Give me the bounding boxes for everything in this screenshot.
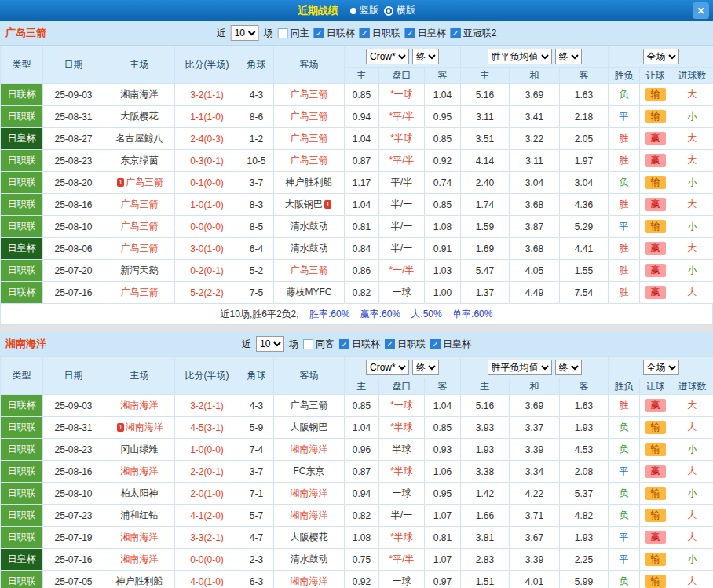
score-cell[interactable]: 1-0(0-0) xyxy=(175,439,239,461)
match-count-select[interactable]: 10 xyxy=(256,336,284,352)
team-name-wrap: 广岛三箭 xyxy=(291,265,328,276)
scope-select[interactable]: 全场 xyxy=(643,49,679,64)
team-link[interactable]: 广岛三箭 xyxy=(291,133,328,144)
odds-stage-select[interactable]: 终 xyxy=(412,360,439,375)
competition-cell: 日联杯 xyxy=(1,395,43,417)
team-link[interactable]: 湘南海洋 xyxy=(121,400,159,411)
team-link[interactable]: 冈山绿雉 xyxy=(121,444,159,455)
team-link[interactable]: 清水鼓动 xyxy=(291,243,328,254)
competition-checkbox-league-cup[interactable]: 日联杯 xyxy=(339,338,380,351)
team-link[interactable]: 东京绿茵 xyxy=(121,155,159,166)
competition-checkbox-emperors-cup[interactable]: 日皇杯 xyxy=(405,27,446,40)
layout-radio-vertical[interactable]: 竖版 xyxy=(350,4,378,17)
score-cell[interactable]: 1-1(1-0) xyxy=(175,106,239,128)
handicap-cell: *平/半 xyxy=(379,106,425,128)
same-home-checkbox[interactable]: 同主 xyxy=(278,27,309,40)
odds-source-select[interactable]: Crow* xyxy=(366,49,409,64)
euro-source-select[interactable]: 胜平负均值 xyxy=(488,49,552,64)
corner-cell: 4-7 xyxy=(239,527,274,549)
team-link[interactable]: 广岛三箭 xyxy=(291,111,328,122)
team-link[interactable]: 神户胜利船 xyxy=(286,177,333,188)
score-cell[interactable]: 3-2(1-1) xyxy=(175,395,239,417)
team-link[interactable]: 广岛三箭 xyxy=(121,243,159,254)
result-cell: 负 xyxy=(609,439,640,461)
score-cell[interactable]: 3-3(2-1) xyxy=(175,527,239,549)
euro-stage-select[interactable]: 终 xyxy=(555,360,582,375)
score-cell[interactable]: 4-5(3-1) xyxy=(175,417,239,439)
team-link[interactable]: 湘南海洋 xyxy=(291,575,328,586)
team-link[interactable]: 湘南海洋 xyxy=(291,488,328,499)
team-link[interactable]: 神户胜利船 xyxy=(116,575,163,586)
score-cell[interactable]: 0-0(0-0) xyxy=(175,216,239,238)
team-link[interactable]: 湘南海洋 xyxy=(121,466,159,477)
team-link[interactable]: 广岛三箭 xyxy=(121,199,159,210)
euro-away-odds-cell: 2.25 xyxy=(560,549,609,571)
team-link[interactable]: 湘南海洋 xyxy=(121,553,159,564)
score-cell[interactable]: 0-3(0-1) xyxy=(175,150,239,172)
scope-header: 全场 xyxy=(609,46,713,68)
team-link[interactable]: 湘南海洋 xyxy=(126,422,163,433)
team-link[interactable]: 大阪钢巴 xyxy=(291,422,328,433)
layout-radio-horizontal[interactable]: 横版 xyxy=(384,4,415,17)
team-link[interactable]: 广岛三箭 xyxy=(291,155,328,166)
close-button[interactable] xyxy=(693,2,709,19)
competition-checkbox-j1[interactable]: 日职联 xyxy=(360,27,400,40)
team-link[interactable]: 广岛三箭 xyxy=(121,287,159,298)
team-link[interactable]: 新泻天鹅 xyxy=(121,265,159,276)
score-cell[interactable]: 0-1(0-0) xyxy=(175,172,239,194)
score-cell[interactable]: 2-0(1-0) xyxy=(175,483,239,505)
odds-source-select[interactable]: Crow* xyxy=(366,360,409,375)
team-link[interactable]: 湘南海洋 xyxy=(121,89,159,100)
team-link[interactable]: 浦和红钻 xyxy=(121,509,159,520)
scope-select[interactable]: 全场 xyxy=(643,360,679,375)
euro-source-select[interactable]: 胜平负均值 xyxy=(488,360,552,375)
team-link[interactable]: 广岛三箭 xyxy=(291,89,328,100)
match-count-select[interactable]: 10 xyxy=(231,25,259,41)
euro-stage-select[interactable]: 终 xyxy=(555,49,582,64)
radio-vertical-label: 竖版 xyxy=(360,4,378,17)
team-link[interactable]: FC东京 xyxy=(294,466,325,477)
team-link[interactable]: 清水鼓动 xyxy=(291,221,328,232)
asian-home-odds-cell: 0.84 xyxy=(345,238,379,260)
team-link[interactable]: 广岛三箭 xyxy=(291,265,328,276)
team-link[interactable]: 广岛三箭 xyxy=(121,221,159,232)
team-link[interactable]: 大阪钢巴 xyxy=(285,199,323,210)
competition-checkbox-league-cup[interactable]: 日联杯 xyxy=(314,27,355,40)
team-name-wrap: 广岛三箭 xyxy=(121,221,159,232)
team-link[interactable]: 柏太阳神 xyxy=(121,488,159,499)
team-name-wrap: 广岛三箭 xyxy=(291,155,328,166)
team-link[interactable]: 湘南海洋 xyxy=(121,531,159,542)
competition-cell: 日职联 xyxy=(1,417,43,439)
team-link[interactable]: 大阪樱花 xyxy=(121,111,159,122)
competition-checkbox-emperors-cup[interactable]: 日皇杯 xyxy=(430,338,471,351)
score-cell[interactable]: 2-4(0-3) xyxy=(175,128,239,150)
team-link[interactable]: 大阪樱花 xyxy=(291,531,328,542)
score-cell[interactable]: 0-0(0-0) xyxy=(175,549,239,571)
team-link[interactable]: 清水鼓动 xyxy=(291,553,328,564)
score-cell[interactable]: 0-2(0-1) xyxy=(175,260,239,282)
same-away-checkbox[interactable]: 同客 xyxy=(303,338,335,351)
score-cell[interactable]: 2-2(0-1) xyxy=(175,461,239,483)
score-cell[interactable]: 4-0(1-0) xyxy=(175,571,239,588)
handicap-result-cell: 赢 xyxy=(640,238,671,260)
handicap-result-cell: 输 xyxy=(640,483,671,505)
team-link[interactable]: 名古屋鲸八 xyxy=(116,133,163,144)
team-link[interactable]: 广岛三箭 xyxy=(291,400,328,411)
score-cell[interactable]: 3-0(1-0) xyxy=(175,238,239,260)
score-cell[interactable]: 4-1(2-0) xyxy=(175,505,239,527)
team-link[interactable]: 广岛三箭 xyxy=(126,177,163,188)
team-link[interactable]: 湘南海洋 xyxy=(291,444,328,455)
competition-checkbox-acl[interactable]: 亚冠联2 xyxy=(451,27,497,40)
asian-away-odds-cell: 0.74 xyxy=(425,172,461,194)
team-link[interactable]: 藤枝MYFC xyxy=(287,287,332,298)
competition-checkbox-j1[interactable]: 日职联 xyxy=(385,338,426,351)
odds-stage-select[interactable]: 终 xyxy=(412,49,439,64)
score-cell[interactable]: 5-2(2-2) xyxy=(175,282,239,304)
corner-cell: 5-9 xyxy=(239,417,274,439)
col-euro-away: 客 xyxy=(560,378,609,395)
score-cell[interactable]: 1-0(1-0) xyxy=(175,194,239,216)
result-cell: 负 xyxy=(609,417,640,439)
euro-draw-odds-cell: 3.04 xyxy=(510,172,560,194)
team-link[interactable]: 湘南海洋 xyxy=(291,509,328,520)
score-cell[interactable]: 3-2(1-1) xyxy=(175,84,239,106)
